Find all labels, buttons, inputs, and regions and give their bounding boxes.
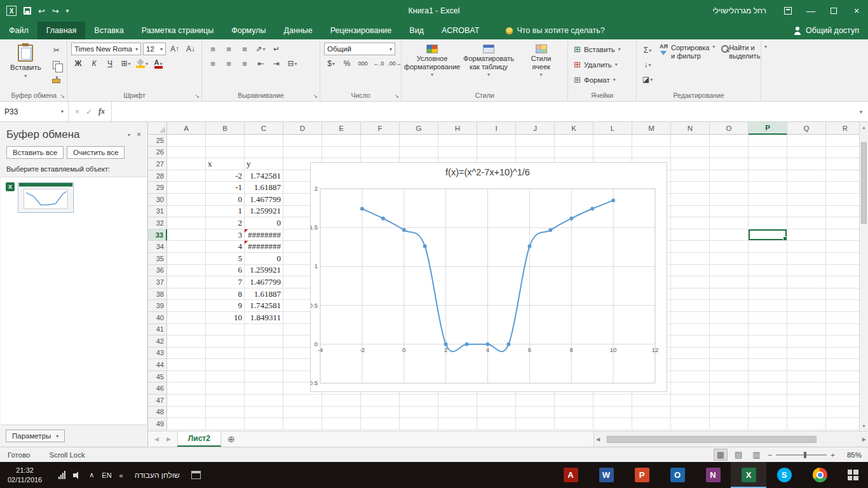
taskbar-clock[interactable]: 21:32 02/11/2016	[0, 466, 50, 485]
cell-R41[interactable]	[826, 324, 859, 336]
insert-cells-button[interactable]: ⊞ Вставить ▾	[572, 43, 623, 56]
cell-J48[interactable]	[516, 407, 555, 419]
cell-A38[interactable]	[167, 288, 206, 301]
cell-O42[interactable]	[710, 336, 749, 348]
row-header-37[interactable]: 37	[148, 276, 167, 288]
cell-R47[interactable]	[826, 395, 859, 407]
cell-E26[interactable]	[322, 147, 361, 159]
cell-A30[interactable]	[167, 194, 206, 206]
cell-Q30[interactable]	[787, 194, 826, 206]
name-box[interactable]: P33 ▾	[0, 102, 69, 121]
cell-C32[interactable]: 0	[245, 217, 283, 229]
cell-L26[interactable]	[593, 147, 632, 159]
cell-H26[interactable]	[438, 147, 477, 159]
ribbon-display-options-icon[interactable]	[776, 0, 799, 22]
cell-R35[interactable]	[826, 253, 859, 265]
cell-Q25[interactable]	[787, 135, 826, 147]
cell-I49[interactable]	[477, 418, 516, 430]
cell-A37[interactable]	[167, 276, 206, 288]
merge-center-button[interactable]: ⊟▾	[285, 57, 299, 70]
cell-A33[interactable]	[167, 229, 206, 241]
column-header-C[interactable]: C	[245, 122, 283, 135]
cell-N35[interactable]	[671, 253, 710, 265]
cell-N27[interactable]	[671, 158, 710, 170]
cell-B39[interactable]: 9	[206, 300, 245, 312]
find-select-button[interactable]: Найти и выделить ▾	[719, 43, 769, 90]
cell-O36[interactable]	[710, 265, 749, 277]
row-header-36[interactable]: 36	[148, 265, 167, 277]
ribbon-tab-Вид[interactable]: Вид	[400, 22, 433, 39]
cell-Q26[interactable]	[787, 147, 826, 159]
cell-A45[interactable]	[167, 371, 206, 383]
cell-N43[interactable]	[671, 348, 710, 360]
clipboard-dialog-launcher-icon[interactable]: ↘	[60, 93, 65, 99]
cell-O28[interactable]	[710, 170, 749, 182]
column-header-P[interactable]: P	[749, 122, 787, 135]
cell-Q32[interactable]	[787, 217, 826, 229]
cell-I25[interactable]	[477, 135, 516, 147]
cell-C37[interactable]: 1.467799	[245, 276, 283, 288]
cell-A27[interactable]	[167, 158, 206, 170]
decrease-decimal-button[interactable]: .00→	[388, 57, 402, 70]
cell-Q45[interactable]	[787, 371, 826, 383]
cell-O26[interactable]	[710, 147, 749, 159]
cell-A34[interactable]	[167, 241, 206, 253]
cell-B42[interactable]	[206, 336, 245, 348]
cell-Q43[interactable]	[787, 348, 826, 360]
row-header-48[interactable]: 48	[148, 407, 167, 419]
cell-R37[interactable]	[826, 276, 859, 288]
column-header-K[interactable]: K	[555, 122, 593, 135]
cell-B29[interactable]: -1	[206, 182, 245, 194]
cell-P30[interactable]	[749, 194, 787, 206]
select-all-corner[interactable]	[148, 122, 167, 135]
cell-Q35[interactable]	[787, 253, 826, 265]
cell-P32[interactable]	[749, 217, 787, 229]
cell-C48[interactable]	[245, 407, 283, 419]
cell-N44[interactable]	[671, 359, 710, 371]
cell-O31[interactable]	[710, 206, 749, 218]
cell-H47[interactable]	[438, 395, 477, 407]
cell-R31[interactable]	[826, 206, 859, 218]
row-header-30[interactable]: 30	[148, 194, 167, 206]
cell-A35[interactable]	[167, 253, 206, 265]
ribbon-tab-ACROBAT[interactable]: ACROBAT	[433, 22, 489, 39]
cell-F48[interactable]	[361, 407, 400, 419]
cell-R40[interactable]	[826, 312, 859, 324]
cell-N25[interactable]	[671, 135, 710, 147]
cell-R38[interactable]	[826, 288, 859, 301]
cell-B30[interactable]: 0	[206, 194, 245, 206]
cell-R36[interactable]	[826, 265, 859, 277]
taskbar-app-skype[interactable]: S	[766, 462, 802, 488]
cell-Q42[interactable]	[787, 336, 826, 348]
row-header-31[interactable]: 31	[148, 206, 167, 218]
taskbar-app-chrome[interactable]	[802, 462, 837, 488]
cell-L25[interactable]	[593, 135, 632, 147]
qat-customize-icon[interactable]: ▾	[66, 8, 69, 14]
cell-C39[interactable]: 1.742581	[245, 300, 283, 312]
cell-N45[interactable]	[671, 371, 710, 383]
cell-N33[interactable]	[671, 229, 710, 241]
cell-P25[interactable]	[749, 135, 787, 147]
row-header-41[interactable]: 41	[148, 324, 167, 336]
cell-C45[interactable]	[245, 371, 283, 383]
cell-O30[interactable]	[710, 194, 749, 206]
cell-M47[interactable]	[632, 395, 671, 407]
sheet-tab-list2[interactable]: Лист2	[177, 431, 221, 447]
column-header-A[interactable]: A	[167, 122, 206, 135]
clipboard-pane-menu-icon[interactable]: ▾	[128, 132, 130, 138]
sheet-nav-right-icon[interactable]: ▶	[166, 436, 171, 442]
cell-C44[interactable]	[245, 359, 283, 371]
column-header-B[interactable]: B	[206, 122, 245, 135]
cell-Q28[interactable]	[787, 170, 826, 182]
cell-N34[interactable]	[671, 241, 710, 253]
cell-B28[interactable]: -2	[206, 170, 245, 182]
cell-P47[interactable]	[749, 395, 787, 407]
normal-view-icon[interactable]: ▦	[714, 449, 727, 460]
column-header-D[interactable]: D	[283, 122, 322, 135]
increase-decimal-button[interactable]: ←.0	[372, 57, 386, 70]
formula-input[interactable]	[112, 102, 854, 121]
cancel-icon[interactable]: ×	[75, 107, 79, 116]
cell-N28[interactable]	[671, 170, 710, 182]
cell-N32[interactable]	[671, 217, 710, 229]
cell-J47[interactable]	[516, 395, 555, 407]
